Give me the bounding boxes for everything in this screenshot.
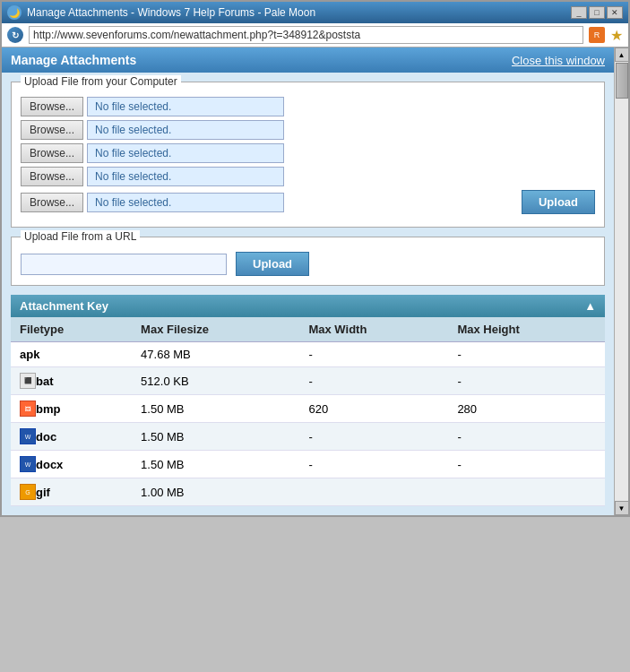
browse-row-3: Browse... No file selected. bbox=[21, 143, 595, 163]
bmp-icon: 🖼 bbox=[20, 401, 36, 417]
cell-max-height: - bbox=[448, 423, 605, 451]
browse-button-4[interactable]: Browse... bbox=[21, 167, 83, 186]
close-button[interactable]: ✕ bbox=[607, 6, 623, 19]
upload-url-legend: Upload File from a URL bbox=[21, 230, 140, 243]
cell-max-height: 280 bbox=[448, 395, 605, 423]
close-window-link[interactable]: Close this window bbox=[512, 54, 605, 67]
window-controls: _ □ ✕ bbox=[571, 6, 623, 19]
attachment-key-section: Attachment Key ▲ Filetype Max Filesize M… bbox=[11, 295, 605, 506]
browser-icon: 🌙 bbox=[7, 5, 22, 20]
browse-button-3[interactable]: Browse... bbox=[21, 143, 83, 163]
docx-icon: W bbox=[20, 456, 36, 472]
cell-filetype: W docx bbox=[11, 451, 132, 478]
cell-max-width bbox=[299, 478, 448, 506]
cell-max-filesize: 1.50 MB bbox=[132, 395, 299, 423]
cell-max-filesize: 512.0 KB bbox=[132, 367, 299, 395]
upload-computer-legend: Upload File from your Computer bbox=[21, 75, 181, 88]
cell-max-filesize: 1.00 MB bbox=[132, 478, 299, 506]
minimize-button[interactable]: _ bbox=[571, 6, 587, 19]
cell-max-width: - bbox=[299, 367, 448, 395]
address-input[interactable] bbox=[29, 26, 583, 44]
browse-button-5[interactable]: Browse... bbox=[21, 193, 83, 212]
table-header-row: Filetype Max Filesize Max Width Max Heig… bbox=[11, 317, 605, 342]
file-display-5: No file selected. bbox=[87, 193, 284, 212]
browse-button-1[interactable]: Browse... bbox=[21, 97, 83, 116]
feed-icon[interactable]: R bbox=[589, 27, 605, 43]
browser-title: Manage Attachments - Windows 7 Help Foru… bbox=[27, 6, 315, 19]
refresh-icon[interactable]: ↻ bbox=[7, 27, 23, 43]
table-row: ⬛ bat 512.0 KB - - bbox=[11, 367, 605, 395]
cell-max-width: - bbox=[299, 342, 448, 367]
scroll-thumb[interactable] bbox=[616, 63, 628, 99]
upload-computer-button[interactable]: Upload bbox=[522, 190, 595, 214]
col-max-height: Max Height bbox=[448, 317, 605, 342]
bookmark-icon[interactable]: ★ bbox=[610, 27, 623, 44]
col-filetype: Filetype bbox=[11, 317, 132, 342]
cell-filetype: W doc bbox=[11, 423, 132, 451]
maximize-button[interactable]: □ bbox=[589, 6, 605, 19]
file-display-4: No file selected. bbox=[87, 167, 284, 186]
cell-max-width: - bbox=[299, 423, 448, 451]
cell-max-height: - bbox=[448, 451, 605, 478]
cell-filetype: ⬛ bat bbox=[11, 367, 132, 395]
page-title: Manage Attachments bbox=[11, 53, 136, 67]
browse-row-2: Browse... No file selected. bbox=[21, 120, 595, 140]
attachment-key-table: Filetype Max Filesize Max Width Max Heig… bbox=[11, 317, 605, 506]
address-bar: ↻ R ★ bbox=[2, 23, 628, 47]
title-bar: 🌙 Manage Attachments - Windows 7 Help Fo… bbox=[2, 2, 628, 23]
table-row: G gif 1.00 MB bbox=[11, 478, 605, 506]
upload-computer-section: Upload File from your Computer Browse...… bbox=[11, 82, 605, 228]
doc-icon: W bbox=[20, 428, 36, 444]
page-header: Manage Attachments Close this window bbox=[2, 47, 614, 73]
scrollbar: ▲ ▼ bbox=[614, 47, 628, 515]
cell-max-filesize: 47.68 MB bbox=[132, 342, 299, 367]
cell-max-width: 620 bbox=[299, 395, 448, 423]
cell-max-height: - bbox=[448, 367, 605, 395]
browser-window: 🌙 Manage Attachments - Windows 7 Help Fo… bbox=[0, 0, 630, 517]
browse-row-1: Browse... No file selected. bbox=[21, 97, 595, 116]
cell-filetype: G gif bbox=[11, 478, 132, 506]
cell-max-height bbox=[448, 478, 605, 506]
attachment-key-collapse-icon[interactable]: ▲ bbox=[584, 299, 596, 313]
file-display-2: No file selected. bbox=[87, 120, 284, 140]
col-max-filesize: Max Filesize bbox=[132, 317, 299, 342]
title-bar-left: 🌙 Manage Attachments - Windows 7 Help Fo… bbox=[7, 5, 315, 20]
table-row: W docx 1.50 MB - - bbox=[11, 451, 605, 478]
url-input[interactable] bbox=[21, 254, 227, 275]
gif-icon: G bbox=[20, 484, 36, 500]
attachment-key-title: Attachment Key bbox=[20, 299, 108, 313]
upload-url-section: Upload File from a URL Upload bbox=[11, 237, 605, 286]
main-content: Manage Attachments Close this window Upl… bbox=[2, 47, 614, 515]
file-display-1: No file selected. bbox=[87, 97, 284, 116]
file-display-3: No file selected. bbox=[87, 143, 284, 163]
upload-computer-content: Browse... No file selected. Browse... No… bbox=[21, 91, 595, 214]
browse-row-5: Browse... No file selected. Upload bbox=[21, 190, 595, 214]
scroll-track[interactable] bbox=[615, 62, 628, 501]
cell-max-height: - bbox=[448, 342, 605, 367]
browse-row-4: Browse... No file selected. bbox=[21, 167, 595, 186]
attachment-key-header: Attachment Key ▲ bbox=[11, 295, 605, 317]
browse-button-2[interactable]: Browse... bbox=[21, 120, 83, 140]
url-row: Upload bbox=[21, 252, 595, 276]
cell-max-width: - bbox=[299, 451, 448, 478]
table-row: apk 47.68 MB - - bbox=[11, 342, 605, 367]
cell-max-filesize: 1.50 MB bbox=[132, 451, 299, 478]
cell-filetype: apk bbox=[11, 342, 132, 367]
bat-icon: ⬛ bbox=[20, 373, 36, 389]
scroll-up-arrow[interactable]: ▲ bbox=[615, 47, 629, 62]
cell-filetype: 🖼 bmp bbox=[11, 395, 132, 423]
scroll-down-arrow[interactable]: ▼ bbox=[615, 501, 629, 515]
cell-max-filesize: 1.50 MB bbox=[132, 423, 299, 451]
col-max-width: Max Width bbox=[299, 317, 448, 342]
table-row: 🖼 bmp 1.50 MB 620 280 bbox=[11, 395, 605, 423]
table-row: W doc 1.50 MB - - bbox=[11, 423, 605, 451]
upload-url-content: Upload bbox=[21, 246, 595, 276]
upload-url-button[interactable]: Upload bbox=[236, 252, 309, 276]
content-area: Manage Attachments Close this window Upl… bbox=[2, 47, 628, 515]
